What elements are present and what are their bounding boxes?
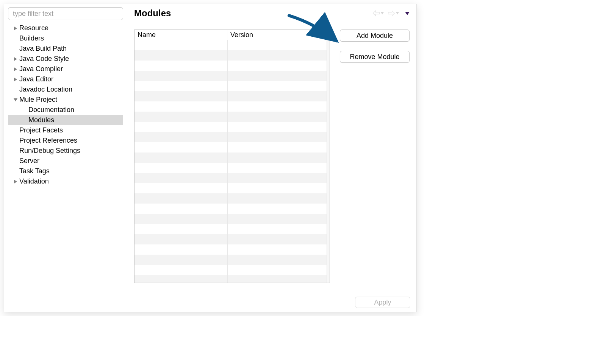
forward-button[interactable]: [388, 10, 399, 17]
table-row[interactable]: [134, 193, 330, 204]
table-row[interactable]: [134, 152, 330, 163]
tree-item-documentation[interactable]: Documentation: [8, 105, 123, 115]
add-module-button[interactable]: Add Module: [340, 30, 410, 42]
content-panel: Modules: [127, 4, 416, 312]
dropdown-icon: [396, 12, 399, 14]
preferences-dialog: ResourceBuildersJava Build PathJava Code…: [4, 4, 417, 312]
table-header: Name Version: [134, 30, 330, 40]
tree-item-label: Project References: [19, 137, 77, 145]
apply-button[interactable]: Apply: [355, 297, 410, 308]
tree-item-label: Project Facets: [19, 126, 63, 134]
buttons-column: Add Module Remove Module: [340, 30, 410, 289]
expand-icon[interactable]: [13, 26, 19, 30]
remove-module-button[interactable]: Remove Module: [340, 51, 410, 63]
table-row[interactable]: [134, 142, 330, 152]
table-row[interactable]: [134, 173, 330, 183]
tree-item-label: Validation: [19, 177, 49, 185]
table-row[interactable]: [134, 132, 330, 142]
tree-item-java-editor[interactable]: Java Editor: [8, 74, 123, 84]
table-row[interactable]: [134, 163, 330, 173]
tree-item-mule-project[interactable]: Mule Project: [8, 95, 123, 105]
tree-item-label: Documentation: [28, 106, 74, 114]
column-header-name[interactable]: Name: [134, 30, 227, 40]
sidebar: ResourceBuildersJava Build PathJava Code…: [4, 4, 127, 312]
column-divider[interactable]: [227, 40, 228, 283]
view-menu-icon[interactable]: [405, 12, 410, 15]
main-area: ResourceBuildersJava Build PathJava Code…: [4, 4, 416, 312]
table-row[interactable]: [134, 91, 330, 101]
table-row[interactable]: [134, 40, 330, 50]
table-row[interactable]: [134, 61, 330, 71]
expand-icon[interactable]: [13, 180, 19, 184]
tree-item-project-facets[interactable]: Project Facets: [8, 125, 123, 135]
tree-item-label: Run/Debug Settings: [19, 147, 80, 155]
table-row[interactable]: [134, 214, 330, 224]
page-title: Modules: [134, 8, 171, 19]
tree-item-java-code-style[interactable]: Java Code Style: [8, 54, 123, 64]
column-header-version[interactable]: Version: [227, 30, 330, 40]
tree-item-label: Java Build Path: [19, 45, 67, 53]
tree-item-label: Mule Project: [19, 96, 57, 104]
tree-item-java-compiler[interactable]: Java Compiler: [8, 64, 123, 74]
tree-item-resource[interactable]: Resource: [8, 23, 123, 33]
collapse-icon[interactable]: [13, 98, 19, 101]
table-row[interactable]: [134, 50, 330, 61]
preferences-tree[interactable]: ResourceBuildersJava Build PathJava Code…: [8, 23, 123, 309]
table-row[interactable]: [134, 204, 330, 214]
expand-icon[interactable]: [13, 67, 19, 71]
tree-item-validation[interactable]: Validation: [8, 176, 123, 187]
tree-item-task-tags[interactable]: Task Tags: [8, 166, 123, 176]
tree-item-project-references[interactable]: Project References: [8, 135, 123, 146]
content-header: Modules: [127, 4, 416, 24]
table-row[interactable]: [134, 224, 330, 234]
toolbar-icons: [372, 10, 410, 17]
table-row[interactable]: [134, 183, 330, 193]
table-row[interactable]: [134, 122, 330, 132]
footer: Apply: [127, 294, 416, 312]
tree-item-javadoc-location[interactable]: Javadoc Location: [8, 84, 123, 95]
table-row[interactable]: [134, 112, 330, 122]
expand-icon[interactable]: [13, 78, 19, 81]
tree-item-label: Task Tags: [19, 167, 50, 175]
tree-item-label: Java Code Style: [19, 55, 69, 63]
table-row[interactable]: [134, 81, 330, 91]
table-row[interactable]: [134, 234, 330, 244]
table-row[interactable]: [134, 71, 330, 81]
tree-item-server[interactable]: Server: [8, 156, 123, 166]
table-row[interactable]: [134, 265, 330, 275]
table-row[interactable]: [134, 101, 330, 112]
table-body[interactable]: [134, 40, 330, 283]
dropdown-icon: [381, 12, 384, 14]
arrow-left-icon: [372, 10, 380, 17]
tree-item-run-debug-settings[interactable]: Run/Debug Settings: [8, 146, 123, 156]
modules-table[interactable]: Name Version: [134, 30, 330, 283]
tree-item-modules[interactable]: Modules: [8, 115, 123, 125]
filter-input[interactable]: [8, 7, 123, 20]
expand-icon[interactable]: [13, 57, 19, 61]
content-body: Name Version Add Module Remove Module: [127, 24, 416, 294]
scrollbar[interactable]: [327, 40, 330, 283]
tree-item-label: Server: [19, 157, 39, 165]
tree-item-builders[interactable]: Builders: [8, 33, 123, 44]
tree-item-label: Resource: [19, 24, 48, 32]
tree-item-label: Modules: [28, 116, 54, 124]
tree-item-java-build-path[interactable]: Java Build Path: [8, 44, 123, 54]
tree-item-label: Builders: [19, 34, 44, 42]
table-row[interactable]: [134, 275, 330, 283]
tree-item-label: Javadoc Location: [19, 86, 72, 93]
tree-item-label: Java Compiler: [19, 65, 63, 73]
table-row[interactable]: [134, 255, 330, 265]
tree-item-label: Java Editor: [19, 75, 53, 83]
arrow-right-icon: [388, 10, 395, 17]
table-row[interactable]: [134, 244, 330, 255]
back-button[interactable]: [372, 10, 384, 17]
